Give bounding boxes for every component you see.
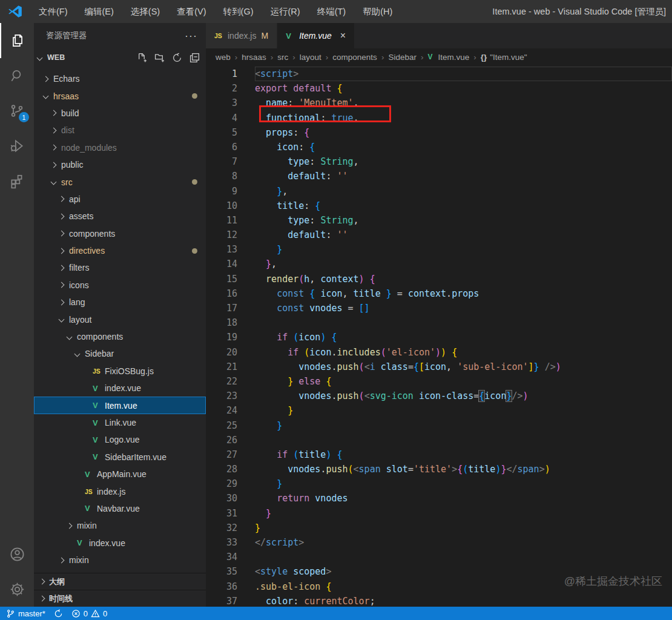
tree-item-icons[interactable]: icons — [34, 277, 206, 294]
code-line-14[interactable]: }, — [255, 257, 672, 271]
tree-item-hrsaas[interactable]: hrsaas — [34, 87, 206, 104]
code-line-7[interactable]: type: String, — [255, 154, 672, 169]
settings-gear-icon[interactable] — [0, 572, 34, 607]
search-icon[interactable] — [0, 58, 34, 93]
panel-大纲[interactable]: 大纲 — [34, 573, 206, 590]
extensions-icon[interactable] — [0, 163, 34, 199]
tab-index.js[interactable]: JSindex.jsM — [206, 23, 277, 48]
tree-item-dist[interactable]: dist — [34, 122, 206, 139]
code-line-2[interactable]: export default { — [255, 81, 672, 96]
code-line-18[interactable] — [255, 315, 672, 330]
close-icon[interactable]: × — [340, 30, 346, 41]
code-line-5[interactable]: props: { — [255, 125, 672, 140]
breadcrumb-item[interactable]: {}"Item.vue" — [481, 53, 527, 62]
tree-item-directives[interactable]: directives — [34, 242, 206, 259]
new-file-icon[interactable] — [137, 53, 147, 63]
tree-item-Sidebar[interactable]: Sidebar — [34, 345, 206, 362]
menu-item[interactable]: 选择(S) — [124, 4, 167, 20]
workspace-section-label[interactable]: WEB — [47, 53, 65, 62]
code-line-3[interactable]: name: 'MenuItem', — [255, 96, 672, 110]
tree-item-Echars[interactable]: Echars — [34, 70, 206, 87]
tree-item-layout[interactable]: layout — [34, 311, 206, 328]
run-debug-icon[interactable] — [0, 128, 34, 163]
tree-item-mixin[interactable]: mixin — [34, 517, 206, 534]
account-icon[interactable] — [0, 536, 34, 572]
tree-item-index.vue[interactable]: Vindex.vue — [34, 535, 206, 552]
tree-item-components[interactable]: components — [34, 225, 206, 242]
menu-item[interactable]: 运行(R) — [263, 4, 307, 20]
collapse-all-icon[interactable] — [189, 53, 200, 63]
tree-item-assets[interactable]: assets — [34, 208, 206, 225]
code-line-4[interactable]: functional: true, — [255, 111, 672, 125]
code-line-26[interactable] — [255, 433, 672, 447]
tree-item-Item.vue[interactable]: VItem.vue — [34, 397, 206, 414]
sync-button[interactable] — [54, 609, 63, 618]
explorer-icon[interactable] — [0, 23, 34, 58]
code-line-28[interactable]: vnodes.push(<span slot='title'>{(title)}… — [255, 462, 672, 477]
code-line-33[interactable]: </script> — [255, 535, 672, 550]
tree-item-Link.vue[interactable]: VLink.vue — [34, 414, 206, 431]
tree-item-index.js[interactable]: JSindex.js — [34, 483, 206, 500]
git-branch-item[interactable]: master* — [6, 609, 45, 618]
menu-item[interactable]: 帮助(H) — [355, 4, 400, 20]
tree-item-index.vue[interactable]: Vindex.vue — [34, 380, 206, 397]
tree-item-Navbar.vue[interactable]: VNavbar.vue — [34, 500, 206, 517]
source-control-icon[interactable]: 1 — [0, 93, 34, 128]
new-folder-icon[interactable] — [154, 53, 165, 63]
menu-item[interactable]: 终端(T) — [310, 4, 354, 20]
breadcrumb-item[interactable]: src — [277, 53, 288, 62]
code-line-9[interactable]: }, — [255, 184, 672, 199]
code-line-31[interactable]: } — [255, 506, 672, 521]
menu-item[interactable]: 转到(G) — [216, 4, 261, 20]
refresh-icon[interactable] — [172, 53, 182, 63]
code-line-34[interactable] — [255, 550, 672, 564]
code-line-16[interactable]: const { icon, title } = context.props — [255, 286, 672, 301]
panel-时间线[interactable]: 时间线 — [34, 590, 206, 607]
code-line-30[interactable]: return vnodes — [255, 491, 672, 506]
code-line-6[interactable]: icon: { — [255, 140, 672, 154]
code-line-17[interactable]: const vnodes = [] — [255, 301, 672, 315]
tree-item-lang[interactable]: lang — [34, 294, 206, 311]
code-line-27[interactable]: if (title) { — [255, 447, 672, 462]
code-line-22[interactable]: } else { — [255, 374, 672, 389]
explorer-more-actions-icon[interactable]: ··· — [185, 30, 197, 42]
code-line-29[interactable]: } — [255, 477, 672, 491]
tree-item-components[interactable]: components — [34, 328, 206, 345]
breadcrumb-item[interactable]: VItem.vue — [427, 53, 469, 62]
code-editor[interactable]: 1234567891011121314151617181920212223242… — [206, 65, 672, 607]
breadcrumb-item[interactable]: web — [216, 53, 231, 62]
breadcrumb-item[interactable]: hrsaas — [242, 53, 266, 62]
tree-item-build[interactable]: build — [34, 105, 206, 122]
code-line-19[interactable]: if (icon) { — [255, 330, 672, 345]
code-line-21[interactable]: vnodes.push(<i class={[icon, 'sub-el-ico… — [255, 360, 672, 374]
code-line-32[interactable]: } — [255, 521, 672, 535]
breadcrumb-item[interactable]: components — [332, 53, 377, 62]
tree-item-api[interactable]: api — [34, 191, 206, 208]
code-line-15[interactable]: render(h, context) { — [255, 272, 672, 286]
code-line-10[interactable]: title: { — [255, 199, 672, 213]
code-line-11[interactable]: type: String, — [255, 213, 672, 228]
code-line-8[interactable]: default: '' — [255, 169, 672, 183]
code-line-12[interactable]: default: '' — [255, 228, 672, 242]
problems-item[interactable]: 0 0 — [71, 609, 107, 618]
code-line-20[interactable]: if (icon.includes('el-icon')) { — [255, 345, 672, 360]
tree-item-src[interactable]: src — [34, 173, 206, 190]
menu-item[interactable]: 查看(V) — [170, 4, 213, 20]
tab-Item.vue[interactable]: VItem.vue× — [277, 23, 354, 48]
tree-item-mixin[interactable]: mixin — [34, 552, 206, 569]
tree-item-AppMain.vue[interactable]: VAppMain.vue — [34, 466, 206, 483]
code-line-37[interactable]: color: currentColor; — [255, 594, 672, 607]
code-line-1[interactable]: <script> — [255, 67, 672, 81]
code-line-23[interactable]: vnodes.push(<svg-icon icon-class={icon}/… — [255, 389, 672, 403]
menu-item[interactable]: 编辑(E) — [77, 4, 121, 20]
code-line-24[interactable]: } — [255, 403, 672, 418]
tree-item-Logo.vue[interactable]: VLogo.vue — [34, 431, 206, 448]
tree-item-FixiOSBug.js[interactable]: JSFixiOSBug.js — [34, 363, 206, 380]
breadcrumb-item[interactable]: Sidebar — [388, 53, 417, 62]
code-line-13[interactable]: } — [255, 242, 672, 257]
tree-item-filters[interactable]: filters — [34, 259, 206, 276]
tree-item-node_modules[interactable]: node_modules — [34, 139, 206, 156]
menu-item[interactable]: 文件(F) — [31, 4, 75, 20]
breadcrumb-item[interactable]: layout — [300, 53, 321, 62]
code-line-25[interactable]: } — [255, 418, 672, 433]
